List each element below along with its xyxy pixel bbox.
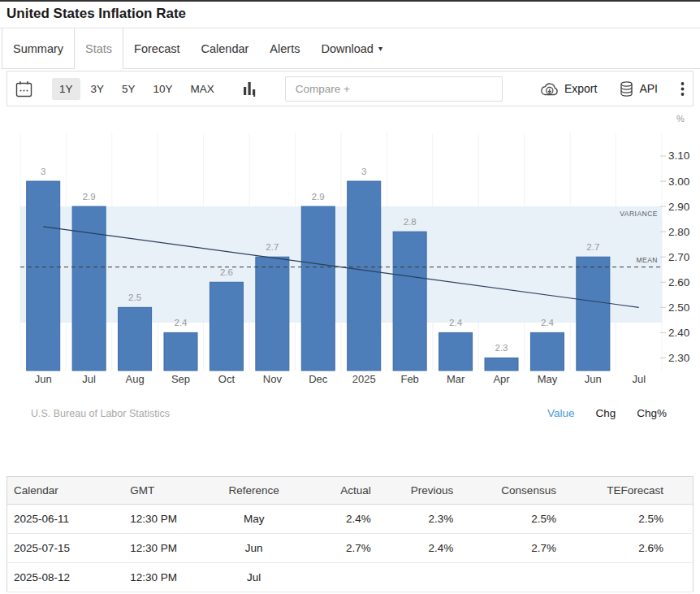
- variance-band: [20, 206, 662, 323]
- cell-calendar: 2025-06-11: [7, 505, 124, 534]
- api-button[interactable]: API: [620, 81, 658, 97]
- x-label-Sep: Sep: [171, 373, 190, 385]
- tab-download[interactable]: Download ▾: [310, 28, 393, 69]
- x-label-Jun: Jun: [585, 373, 602, 385]
- bar-value-label: 2.7: [266, 242, 279, 252]
- col-header-consensus[interactable]: Consensus: [460, 477, 563, 505]
- col-header-gmt[interactable]: GMT: [123, 477, 213, 505]
- bar-value-label: 3: [41, 167, 45, 176]
- bar-value-label: 2.3: [495, 343, 508, 353]
- tab-bar-filler: [393, 28, 700, 69]
- bar-8-Feb[interactable]: [393, 232, 426, 371]
- cell-actual: 2.4%: [295, 505, 377, 534]
- tab-summary-label: Summary: [13, 42, 63, 55]
- api-label: API: [639, 82, 658, 95]
- bar-10-Apr[interactable]: [485, 358, 518, 371]
- bar-5-Nov[interactable]: [256, 257, 289, 371]
- bar-9-Mar[interactable]: [439, 332, 473, 371]
- range-button-1y[interactable]: 1Y: [52, 78, 80, 100]
- bar-value-label: 2.4: [541, 318, 555, 327]
- bar-4-Oct[interactable]: [210, 282, 243, 371]
- more-options-button[interactable]: [681, 81, 685, 97]
- mean-label: MEAN: [636, 256, 658, 264]
- tab-forecast[interactable]: Forecast: [123, 28, 190, 69]
- export-button[interactable]: Export: [540, 82, 597, 96]
- compare-input[interactable]: [285, 76, 503, 102]
- tab-alerts-label: Alerts: [270, 42, 300, 55]
- kebab-menu-icon: [681, 81, 685, 97]
- col-header-calendar[interactable]: Calendar: [7, 477, 124, 505]
- bar-12-Jun[interactable]: [577, 257, 610, 371]
- cell-teforecast: [563, 563, 694, 592]
- x-label-Feb: Feb: [400, 373, 418, 385]
- cell-actual: [295, 563, 377, 592]
- bar-value-label: 2.9: [83, 192, 96, 202]
- bar-11-May[interactable]: [530, 332, 564, 371]
- page-title: United States Inflation Rate: [6, 6, 694, 22]
- tab-summary[interactable]: Summary: [2, 28, 75, 69]
- tab-forecast-label: Forecast: [134, 42, 179, 55]
- bar-value-label: 2.6: [220, 267, 233, 277]
- table-row: 2025-08-1212:30 PMJul: [7, 563, 694, 592]
- x-label-Oct: Oct: [218, 373, 235, 385]
- bar-value-label: 3: [361, 167, 366, 176]
- api-database-icon: [620, 81, 633, 97]
- bar-6-Dec[interactable]: [301, 206, 335, 371]
- cell-actual: 2.7%: [295, 534, 377, 563]
- mode-value[interactable]: Value: [547, 407, 575, 419]
- tab-stats[interactable]: Stats: [75, 28, 123, 69]
- tab-bar: Summary Stats Forecast Calendar Alerts D…: [0, 28, 700, 69]
- col-header-actual[interactable]: Actual: [295, 477, 377, 505]
- bar-7-2025[interactable]: [348, 181, 381, 371]
- cell-previous: 2.3%: [378, 505, 460, 534]
- tab-download-label: Download: [321, 42, 374, 55]
- range-button-5y[interactable]: 5Y: [115, 78, 143, 100]
- range-button-max[interactable]: MAX: [184, 78, 222, 100]
- table-row: 2025-06-1112:30 PMMay2.4%2.3%2.5%2.5%: [7, 505, 694, 534]
- export-label: Export: [564, 82, 597, 95]
- tab-calendar-label: Calendar: [201, 42, 249, 55]
- range-button-10y[interactable]: 10Y: [146, 78, 180, 100]
- cell-calendar: 2025-07-15: [7, 534, 124, 563]
- range-button-3y[interactable]: 3Y: [84, 78, 112, 100]
- col-header-reference[interactable]: Reference: [213, 477, 295, 505]
- x-label-Jul: Jul: [82, 373, 96, 385]
- cell-gmt: 12:30 PM: [123, 563, 213, 592]
- y-axis-unit-label: %: [676, 114, 685, 124]
- cell-reference: Jun: [213, 534, 295, 563]
- y-tick-label-2.60: 2.60: [668, 276, 689, 288]
- bar-2-Aug[interactable]: [119, 307, 152, 371]
- y-tick-label-2.50: 2.50: [668, 301, 689, 314]
- date-range-button[interactable]: [15, 80, 32, 98]
- bar-value-label: 2.4: [449, 318, 463, 327]
- inflation-bar-chart[interactable]: 2.302.402.502.602.702.802.903.003.10%3Ju…: [0, 106, 700, 389]
- calendar-table: Calendar GMT Reference Actual Previous C…: [6, 476, 694, 592]
- mode-chg-pct[interactable]: Chg%: [637, 407, 667, 419]
- page-header: United States Inflation Rate: [0, 2, 700, 28]
- bar-value-label: 2.7: [586, 242, 599, 252]
- x-label-Jul: Jul: [632, 373, 646, 385]
- bar-value-label: 2.4: [175, 318, 188, 327]
- col-header-teforecast[interactable]: TEForecast: [563, 477, 694, 505]
- tab-stats-label: Stats: [85, 42, 112, 55]
- chart-type-button[interactable]: [243, 80, 257, 97]
- cell-gmt: 12:30 PM: [123, 534, 213, 563]
- tab-alerts[interactable]: Alerts: [259, 28, 310, 69]
- mode-chg[interactable]: Chg: [595, 407, 616, 419]
- x-label-2025: 2025: [352, 373, 376, 385]
- col-header-previous[interactable]: Previous: [378, 477, 460, 505]
- caret-down-icon: ▾: [378, 44, 382, 53]
- bar-value-label: 2.9: [312, 192, 325, 202]
- bar-3-Sep[interactable]: [164, 332, 197, 371]
- tab-calendar[interactable]: Calendar: [191, 28, 260, 69]
- cell-consensus: [460, 563, 563, 592]
- toolbar-right-group: Export API: [540, 81, 685, 97]
- bar-0-Jun[interactable]: [27, 181, 60, 371]
- bar-value-label: 2.5: [128, 293, 141, 302]
- x-label-Jun: Jun: [35, 373, 52, 385]
- cell-previous: [378, 563, 460, 592]
- y-tick-label-2.40: 2.40: [668, 327, 689, 339]
- variance-label: VARIANCE: [620, 210, 658, 218]
- cell-reference: Jul: [213, 563, 295, 592]
- chart-section: 2.302.402.502.602.702.802.903.003.10%3Ju…: [0, 106, 700, 424]
